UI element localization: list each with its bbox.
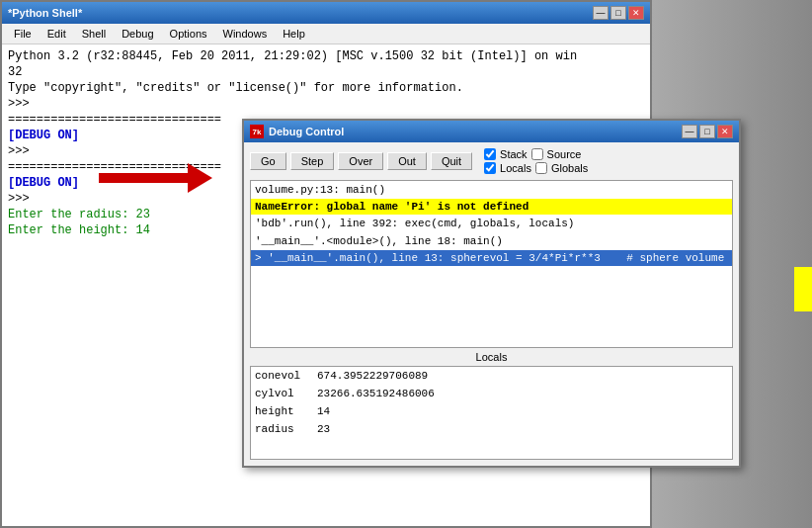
debug-close-button[interactable]: ✕: [717, 125, 733, 138]
debug-title-text: Debug Control: [269, 126, 344, 137]
quit-button[interactable]: Quit: [431, 152, 472, 170]
checkbox-group: Stack Source Locals Globals: [484, 148, 588, 174]
python-shell-title: *Python Shell*: [8, 7, 82, 19]
menu-windows[interactable]: Windows: [215, 26, 276, 42]
locals-value-cylvol: 23266.635192486006: [317, 386, 435, 401]
stack-checkbox[interactable]: [484, 148, 496, 160]
locals-key-cylvol: cylvol: [255, 386, 309, 401]
locals-key-conevol: conevol: [255, 368, 309, 384]
debug-title: 7k Debug Control: [250, 125, 344, 138]
svg-marker-1: [188, 163, 212, 193]
locals-key-height: height: [255, 403, 309, 419]
shell-line-2: 32: [8, 64, 644, 80]
go-button[interactable]: Go: [250, 152, 286, 170]
yellow-block: [794, 267, 812, 311]
locals-value-conevol: 674.3952229706089: [317, 368, 428, 384]
debug-titlebar: 7k Debug Control — □ ✕: [244, 121, 739, 142]
menu-debug[interactable]: Debug: [114, 26, 161, 42]
locals-row-conevol: conevol 674.3952229706089: [251, 367, 732, 385]
close-button[interactable]: ✕: [628, 6, 644, 20]
shell-line-4: >>>: [8, 96, 644, 112]
locals-row-cylvol: cylvol 23266.635192486006: [251, 385, 732, 402]
globals-checkbox[interactable]: [535, 162, 547, 174]
debug-maximize-button[interactable]: □: [699, 125, 715, 138]
shell-line-1: Python 3.2 (r32:88445, Feb 20 2011, 21:2…: [8, 48, 644, 64]
locals-row-radius: radius 23: [251, 420, 732, 438]
source-label: Source: [547, 148, 582, 160]
menu-help[interactable]: Help: [275, 26, 313, 42]
stack-trace-area[interactable]: volume.py:13: main() NameError: global n…: [250, 180, 733, 348]
locals-key-radius: radius: [255, 421, 309, 437]
debug-titlebar-controls: — □ ✕: [682, 125, 733, 138]
source-checkbox[interactable]: [531, 148, 543, 160]
locals-area[interactable]: conevol 674.3952229706089 cylvol 23266.6…: [250, 366, 733, 460]
stack-checkbox-row: Stack Source: [484, 148, 588, 160]
locals-value-height: 14: [317, 403, 330, 419]
locals-value-radius: 23: [317, 421, 330, 437]
locals-row-height: height 14: [251, 402, 732, 420]
out-button[interactable]: Out: [387, 152, 427, 170]
over-button[interactable]: Over: [338, 152, 383, 170]
minimize-button[interactable]: —: [593, 6, 609, 20]
debug-control-window: 7k Debug Control — □ ✕ Go Step Over Out …: [242, 119, 741, 468]
red-arrow: [94, 158, 212, 198]
maximize-button[interactable]: □: [610, 6, 626, 20]
trace-selected-line[interactable]: > '__main__'.main(), line 13: spherevol …: [251, 250, 732, 266]
stack-label: Stack: [500, 148, 528, 160]
menu-shell[interactable]: Shell: [74, 26, 114, 42]
shell-line-3: Type "copyright", "credits" or "license(…: [8, 80, 644, 96]
titlebar-controls: — □ ✕: [593, 6, 644, 20]
menu-options[interactable]: Options: [162, 26, 215, 42]
locals-checkbox[interactable]: [484, 162, 496, 174]
locals-checkbox-row: Locals Globals: [484, 162, 588, 174]
trace-line-3: '__main__'.<module>(), line 18: main(): [251, 232, 732, 250]
debug-toolbar: Go Step Over Out Quit Stack Source Local…: [250, 148, 733, 174]
debug-content: Go Step Over Out Quit Stack Source Local…: [244, 142, 739, 466]
locals-check-label: Locals: [500, 162, 531, 174]
menu-edit[interactable]: Edit: [40, 26, 74, 42]
globals-label: Globals: [551, 162, 588, 174]
menu-bar: File Edit Shell Debug Options Windows He…: [2, 24, 650, 44]
trace-line-1: volume.py:13: main(): [251, 181, 732, 199]
trace-line-2: 'bdb'.run(), line 392: exec(cmd, globals…: [251, 215, 732, 232]
debug-minimize-button[interactable]: —: [682, 125, 697, 138]
python-shell-titlebar: *Python Shell* — □ ✕: [2, 2, 650, 24]
tk-logo: 7k: [250, 125, 264, 138]
step-button[interactable]: Step: [290, 152, 335, 170]
locals-section-label: Locals: [250, 348, 733, 366]
menu-file[interactable]: File: [6, 26, 40, 42]
trace-error-line: NameError: global name 'Pi' is not defin…: [251, 199, 732, 215]
